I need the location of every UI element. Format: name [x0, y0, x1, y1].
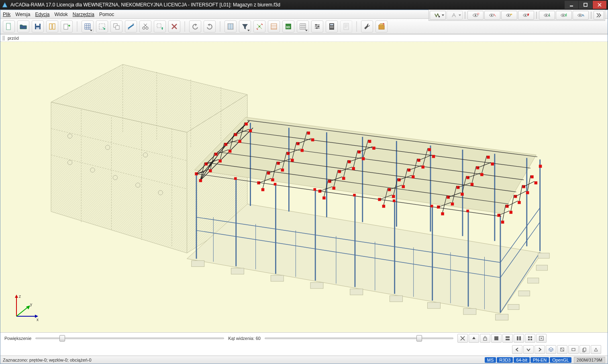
- view-front-button[interactable]: [568, 345, 579, 354]
- view-side-button[interactable]: [579, 345, 590, 354]
- view-down-button[interactable]: [523, 345, 534, 354]
- eye-groups-toggle[interactable]: [501, 11, 517, 20]
- eye-dimension-toggle[interactable]: [484, 11, 500, 20]
- chip-opengl[interactable]: OpenGL: [550, 357, 571, 363]
- tools-button[interactable]: [361, 20, 373, 33]
- chip-64bit[interactable]: 64-bit: [514, 357, 530, 363]
- model-render: [0, 42, 608, 332]
- view-single-button[interactable]: [491, 334, 502, 343]
- svg-rect-108: [224, 143, 228, 146]
- maximize-button[interactable]: [579, 1, 592, 9]
- svg-rect-248: [463, 309, 476, 315]
- view-right-button[interactable]: [535, 345, 545, 354]
- view-label: przód: [8, 36, 19, 41]
- open-file-button[interactable]: [17, 20, 29, 33]
- svg-rect-269: [519, 336, 521, 340]
- svg-point-9: [508, 14, 509, 16]
- chip-r3d3[interactable]: R3D3: [497, 357, 513, 363]
- menu-narzedzia[interactable]: Narzędzia: [73, 12, 94, 17]
- view-persp-button[interactable]: [591, 345, 601, 354]
- svg-marker-262: [26, 305, 30, 309]
- layout-button[interactable]: [46, 20, 58, 33]
- svg-text:11: 11: [477, 13, 479, 15]
- svg-point-44: [331, 26, 332, 27]
- add-node-button[interactable]: [154, 20, 166, 33]
- profile-library-button[interactable]: [375, 20, 388, 33]
- profile-render-dropdown[interactable]: [430, 11, 446, 20]
- chip-ms[interactable]: MS: [485, 357, 496, 363]
- copy-button[interactable]: [110, 20, 122, 33]
- text-style-dropdown[interactable]: [447, 11, 463, 20]
- svg-rect-37: [300, 24, 306, 29]
- svg-rect-250: [508, 304, 519, 309]
- eye-deform-toggle[interactable]: [573, 11, 589, 20]
- svg-point-40: [316, 27, 318, 29]
- close-button[interactable]: [593, 1, 606, 9]
- svg-rect-267: [506, 339, 510, 340]
- export-button[interactable]: [61, 20, 73, 33]
- svg-rect-23: [49, 24, 52, 29]
- menu-widok[interactable]: Widok: [55, 12, 68, 17]
- save-file-button[interactable]: [32, 20, 44, 33]
- select-rect-button[interactable]: [96, 20, 108, 33]
- view-up-button[interactable]: [469, 334, 479, 343]
- new-file-button[interactable]: [3, 20, 15, 33]
- eye-nodes-toggle[interactable]: 11: [467, 11, 484, 20]
- svg-rect-159: [441, 212, 444, 216]
- measure-button[interactable]: [224, 20, 237, 33]
- view-split-h-button[interactable]: [502, 334, 513, 343]
- svg-rect-115: [238, 140, 241, 143]
- table-button[interactable]: [297, 20, 309, 33]
- menu-edycja[interactable]: Edycja: [35, 12, 49, 17]
- eye-results-toggle[interactable]: [556, 11, 572, 20]
- svg-text:x: x: [37, 317, 39, 322]
- 3d-view-button[interactable]: 3D: [282, 20, 294, 33]
- svg-rect-123: [261, 188, 265, 191]
- view-expand-button[interactable]: [536, 334, 547, 343]
- grid-button[interactable]: [82, 20, 94, 33]
- view-left-button[interactable]: [512, 345, 522, 354]
- delete-button[interactable]: [168, 20, 180, 33]
- view-split-v-button[interactable]: [514, 334, 524, 343]
- svg-point-45: [333, 26, 333, 27]
- properties-button[interactable]: [268, 20, 280, 33]
- redo-button[interactable]: [204, 20, 216, 33]
- calculator-button[interactable]: [326, 20, 338, 33]
- svg-rect-241: [192, 260, 204, 266]
- menu-plik[interactable]: Plik: [3, 12, 10, 17]
- svg-point-4: [475, 14, 476, 16]
- minimize-button[interactable]: [565, 1, 578, 9]
- svg-rect-177: [274, 183, 277, 186]
- view-quad-button[interactable]: [525, 334, 535, 343]
- window-buttons: [564, 1, 606, 9]
- svg-rect-161: [461, 193, 464, 196]
- beam-button[interactable]: [125, 20, 137, 33]
- view-lock-button[interactable]: [480, 334, 490, 343]
- fov-slider[interactable]: [265, 338, 453, 339]
- view-fit-button[interactable]: [457, 334, 468, 343]
- svg-rect-137: [342, 177, 345, 180]
- transform-button[interactable]: [253, 20, 265, 33]
- viewport-canvas[interactable]: z x y: [0, 42, 608, 332]
- settings-sliders-button[interactable]: [311, 20, 323, 33]
- svg-point-12: [525, 14, 526, 16]
- cut-button[interactable]: [139, 20, 151, 33]
- collapse-right-icon[interactable]: [594, 11, 604, 20]
- view-top-button[interactable]: [557, 345, 567, 354]
- svg-rect-125: [281, 169, 284, 172]
- view-drag-handle[interactable]: [3, 36, 5, 41]
- report-button[interactable]: [340, 20, 352, 33]
- menu-pomoc[interactable]: Pomoc: [99, 12, 114, 17]
- chip-pn-en[interactable]: PN-EN: [530, 357, 549, 363]
- svg-rect-242: [231, 268, 244, 274]
- filter-button[interactable]: [239, 20, 251, 33]
- svg-point-30: [146, 27, 148, 29]
- svg-marker-63: [187, 204, 542, 313]
- eye-loads-toggle[interactable]: [518, 11, 534, 20]
- eye-supports-toggle[interactable]: [539, 11, 555, 20]
- view-iso-button[interactable]: [546, 345, 556, 354]
- undo-button[interactable]: [189, 20, 201, 33]
- zoom-slider[interactable]: [35, 338, 224, 339]
- menu-wersja[interactable]: Wersja: [15, 12, 30, 17]
- svg-rect-124: [271, 178, 274, 181]
